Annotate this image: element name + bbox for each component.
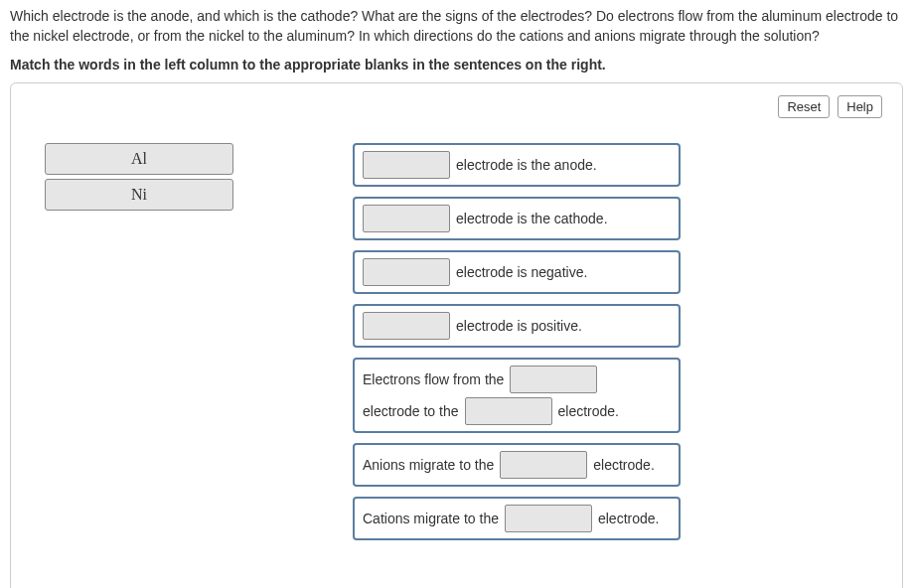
sentence-text: Cations migrate to the xyxy=(363,505,499,532)
sentence-text: electrode to the xyxy=(363,397,459,425)
sentence-electrons-flow: Electrons flow from the electrode to the… xyxy=(353,358,681,433)
sentence-anode: electrode is the anode. xyxy=(353,143,681,187)
sentence-text: Electrons flow from the xyxy=(363,366,504,393)
instruction-text: Match the words in the left column to th… xyxy=(10,57,903,73)
word-bank: Al Ni xyxy=(45,143,233,550)
help-button[interactable]: Help xyxy=(837,95,882,118)
sentence-cathode: electrode is the cathode. xyxy=(353,197,681,240)
toolbar: Reset Help xyxy=(774,95,882,118)
sentence-text: electrode. xyxy=(558,397,619,425)
sentence-text: electrode is the cathode. xyxy=(456,212,608,225)
sentence-text: electrode is the anode. xyxy=(456,158,597,172)
word-ni[interactable]: Ni xyxy=(45,179,233,211)
reset-button[interactable]: Reset xyxy=(778,95,830,118)
drop-slot-cations[interactable] xyxy=(505,505,592,532)
drop-slot-cathode[interactable] xyxy=(363,205,450,232)
drop-slot-anions[interactable] xyxy=(500,451,587,479)
question-paragraph: Which electrode is the anode, and which … xyxy=(10,6,903,47)
sentence-text: electrode. xyxy=(593,451,654,479)
sentence-negative: electrode is negative. xyxy=(353,250,681,294)
drop-slot-electrons-to[interactable] xyxy=(465,397,552,425)
matching-panel: Reset Help Al Ni electrode is the anode.… xyxy=(10,82,903,588)
sentence-list: electrode is the anode. electrode is the… xyxy=(353,143,681,550)
drop-slot-electrons-from[interactable] xyxy=(510,366,597,393)
work-area: Al Ni electrode is the anode. electrode … xyxy=(25,143,888,550)
sentence-text: electrode is positive. xyxy=(456,319,582,333)
sentence-text: Anions migrate to the xyxy=(363,451,494,479)
sentence-cations: Cations migrate to the electrode. xyxy=(353,497,681,540)
drop-slot-negative[interactable] xyxy=(363,258,450,286)
sentence-text: electrode. xyxy=(598,505,659,532)
drop-slot-anode[interactable] xyxy=(363,151,450,179)
sentence-anions: Anions migrate to the electrode. xyxy=(353,443,681,487)
word-al[interactable]: Al xyxy=(45,143,233,175)
sentence-positive: electrode is positive. xyxy=(353,304,681,348)
sentence-text: electrode is negative. xyxy=(456,265,587,279)
page-container: Which electrode is the anode, and which … xyxy=(0,0,913,588)
drop-slot-positive[interactable] xyxy=(363,312,450,340)
